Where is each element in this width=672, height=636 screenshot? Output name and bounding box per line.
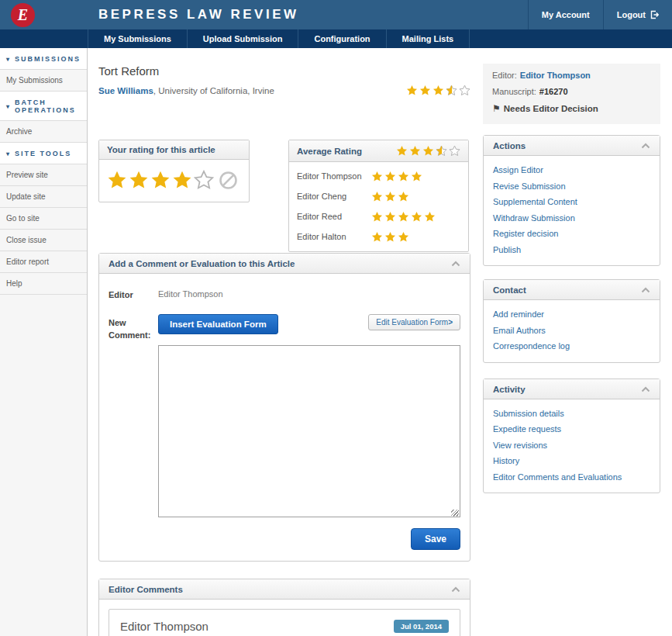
link-publish[interactable]: Publish xyxy=(493,242,650,258)
editor-comments-title: Editor Comments xyxy=(109,585,183,594)
header-right: My Account Logout xyxy=(528,0,672,29)
nav-tab-my-submissions[interactable]: My Submissions xyxy=(88,29,187,48)
author-link[interactable]: Sue Williams xyxy=(98,86,153,95)
actions-panel-header[interactable]: Actions xyxy=(484,136,660,156)
status-line: ⚑ Needs Editor Decision xyxy=(492,103,651,114)
main-column: Tort Reform Sue Williams , University of… xyxy=(98,48,470,636)
your-rating-header: Your rating for this article xyxy=(99,140,249,160)
link-correspondence-log[interactable]: Correspondence log xyxy=(493,338,650,354)
sidebar-item-archive[interactable]: Archive xyxy=(0,121,87,143)
activity-panel: Activity Submission detailsExpedite requ… xyxy=(483,378,660,494)
editor-label: Editor xyxy=(109,286,158,301)
edit-evaluation-form-button[interactable]: Edit Evaluation Form> xyxy=(368,314,460,330)
your-rating-stars[interactable] xyxy=(107,170,214,190)
page: E BEPRESS LAW REVIEW My Account Logout M… xyxy=(0,0,672,636)
insert-evaluation-form-button[interactable]: Insert Evaluation Form xyxy=(158,314,278,334)
activity-list: Submission detailsExpedite requestsView … xyxy=(484,399,660,493)
right-column: Editor: Editor Thompson Manuscript: #162… xyxy=(483,64,660,493)
contact-panel-header[interactable]: Contact xyxy=(484,280,660,300)
sidebar-item-preview-site[interactable]: Preview site xyxy=(0,164,87,186)
link-revise-submission[interactable]: Revise Submission xyxy=(493,178,650,195)
chevron-right-icon: > xyxy=(448,318,453,327)
rater-name: Editor Cheng xyxy=(297,192,371,201)
editor-comments-list: Editor ThompsonJul 01, 2014Interesting p… xyxy=(99,600,470,636)
edit-evaluation-form-label: Edit Evaluation Form xyxy=(376,318,448,327)
logout-label: Logout xyxy=(617,10,646,19)
sidebar-section-label: SITE TOOLS xyxy=(15,150,71,157)
rater-name: Editor Reed xyxy=(297,212,371,221)
clear-rating-icon[interactable] xyxy=(219,171,238,190)
sidebar-item-close-issue[interactable]: Close issue xyxy=(0,230,87,251)
sidebar-section-label: SUBMISSIONS xyxy=(15,55,81,63)
your-rating-title: Your rating for this article xyxy=(107,145,215,154)
sidebar-section-batch-operations[interactable]: ▾BATCH OPERATIONS xyxy=(0,92,87,121)
bepress-logo-icon[interactable]: E xyxy=(11,3,35,27)
link-view-revisions[interactable]: View revisions xyxy=(493,437,650,454)
new-comment-textarea[interactable] xyxy=(158,345,460,517)
rater-name: Editor Thompson xyxy=(297,171,371,181)
editor-comment-card: Editor ThompsonJul 01, 2014Interesting p… xyxy=(109,609,460,636)
rater-name: Editor Halton xyxy=(297,232,371,241)
sidebar-item-help[interactable]: Help xyxy=(0,273,87,295)
rater-stars xyxy=(371,191,409,202)
sidebar-section-submissions[interactable]: ▾SUBMISSIONS xyxy=(0,48,87,70)
collapse-chevron-icon[interactable] xyxy=(641,386,650,392)
sidebar-item-go-to-site[interactable]: Go to site xyxy=(0,208,87,230)
nav-tab-configuration[interactable]: Configuration xyxy=(298,29,385,48)
average-rating-row: Editor Halton xyxy=(289,226,468,247)
activity-panel-header[interactable]: Activity xyxy=(484,379,660,399)
collapse-chevron-icon[interactable] xyxy=(451,586,460,593)
editor-name-link[interactable]: Editor Thompson xyxy=(520,71,591,80)
save-button[interactable]: Save xyxy=(411,528,460,550)
my-account-button[interactable]: My Account xyxy=(528,0,603,29)
sidebar: ▾SUBMISSIONSMy Submissions▾BATCH OPERATI… xyxy=(0,48,88,636)
comment-form-header[interactable]: Add a Comment or Evaluation to this Arti… xyxy=(99,254,470,274)
rater-stars xyxy=(371,171,422,182)
link-email-authors[interactable]: Email Authors xyxy=(493,323,650,339)
logout-button[interactable]: Logout xyxy=(603,0,672,29)
your-rating-body xyxy=(99,160,249,202)
manuscript-label: Manuscript: xyxy=(492,87,536,96)
link-history[interactable]: History xyxy=(493,453,650,469)
rater-stars xyxy=(371,211,436,223)
link-register-decision[interactable]: Register decision xyxy=(493,226,650,242)
collapse-chevron-icon[interactable] xyxy=(641,287,650,293)
contact-title: Contact xyxy=(493,285,526,295)
manuscript-number: #16270 xyxy=(539,87,568,96)
editor-comments-header[interactable]: Editor Comments xyxy=(99,579,470,600)
nav-tab-upload-submission[interactable]: Upload Submission xyxy=(187,29,298,48)
main-nav: My SubmissionsUpload SubmissionConfigura… xyxy=(0,29,672,48)
comment-form-title: Add a Comment or Evaluation to this Arti… xyxy=(109,259,295,268)
status-badge: Needs Editor Decision xyxy=(504,104,598,113)
sidebar-item-editor-report[interactable]: Editor report xyxy=(0,251,87,273)
link-submission-details[interactable]: Submission details xyxy=(493,406,650,422)
byline: Sue Williams , University of California,… xyxy=(98,85,470,96)
link-add-reminder[interactable]: Add reminder xyxy=(493,306,650,323)
caret-down-icon: ▾ xyxy=(6,150,11,157)
actions-title: Actions xyxy=(493,141,526,150)
average-rating-title: Average Rating xyxy=(297,147,362,156)
sidebar-item-update-site[interactable]: Update site xyxy=(0,186,87,208)
collapse-chevron-icon[interactable] xyxy=(451,261,460,267)
link-supplemental-content[interactable]: Supplemental Content xyxy=(493,194,650,210)
manuscript-info-line: Manuscript: #16270 xyxy=(492,87,651,96)
link-expedite-requests[interactable]: Expedite requests xyxy=(493,421,650,437)
average-rating-box: Average Rating Editor ThompsonEditor Che… xyxy=(288,140,469,252)
rating-row: Your rating for this article Average Rat… xyxy=(98,140,470,237)
your-rating-box: Your rating for this article xyxy=(98,140,250,202)
new-comment-label: New Comment: xyxy=(109,314,158,550)
link-assign-editor[interactable]: Assign Editor xyxy=(493,162,650,178)
average-rating-stars xyxy=(396,145,460,157)
comment-form-panel: Add a Comment or Evaluation to this Arti… xyxy=(98,253,470,562)
sidebar-item-my-submissions[interactable]: My Submissions xyxy=(0,70,87,92)
collapse-chevron-icon[interactable] xyxy=(641,143,650,149)
app-title: BEPRESS LAW REVIEW xyxy=(98,0,299,29)
actions-panel: Actions Assign EditorRevise SubmissionSu… xyxy=(483,135,660,266)
nav-tab-mailing-lists[interactable]: Mailing Lists xyxy=(386,29,470,48)
link-editor-comments-and-evaluations[interactable]: Editor Comments and Evaluations xyxy=(493,469,650,486)
average-rating-row: Editor Reed xyxy=(289,206,468,226)
link-withdraw-submission[interactable]: Withdraw Submission xyxy=(493,210,650,226)
editor-info-line: Editor: Editor Thompson xyxy=(492,71,651,80)
sidebar-section-site-tools[interactable]: ▾SITE TOOLS xyxy=(0,143,87,164)
caret-down-icon: ▾ xyxy=(6,56,11,63)
